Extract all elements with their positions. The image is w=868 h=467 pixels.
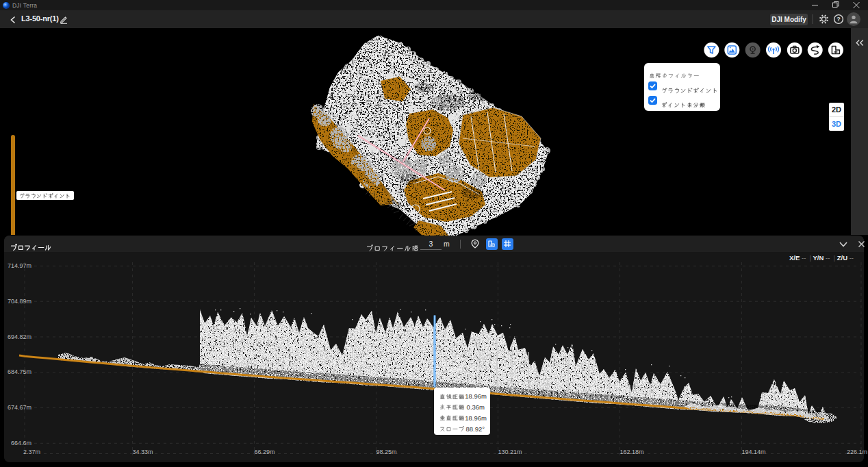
- svg-text:?: ?: [837, 16, 841, 23]
